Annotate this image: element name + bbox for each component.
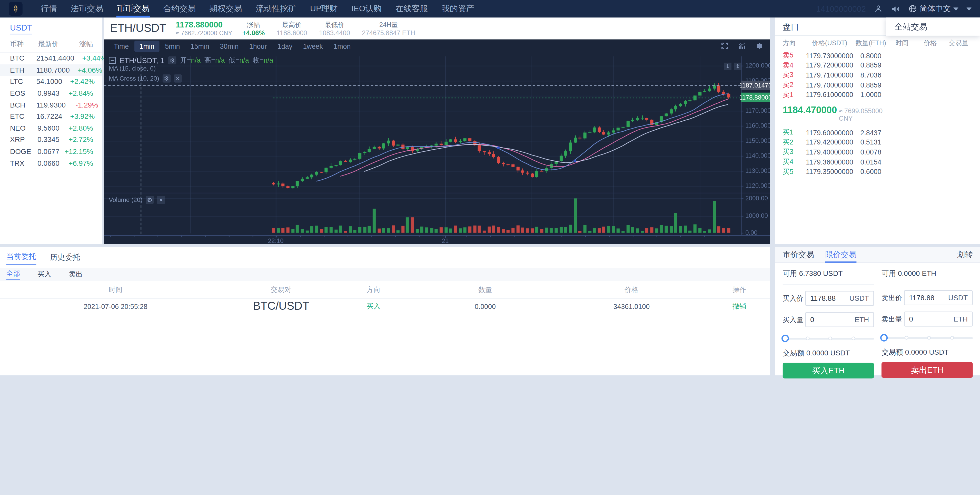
ticker-row-ETC[interactable]: ETC16.7224+3.92% bbox=[0, 110, 102, 122]
interval-30min[interactable]: 30min bbox=[215, 40, 243, 52]
bid-row-买4[interactable]: 买41179.360000000.0154 bbox=[783, 157, 888, 166]
ask-row-卖5[interactable]: 卖51179.730000000.8000 bbox=[783, 51, 888, 60]
scale-controls: ↓ ↕ bbox=[724, 62, 741, 70]
exchange-page: 行情法币交易币币交易合约交易期权交易流动性挖矿UP理财IEO认购在线客服我的资产… bbox=[0, 0, 980, 495]
sell-price-input[interactable] bbox=[909, 294, 945, 302]
interval-Time[interactable]: Time bbox=[109, 40, 134, 52]
navbar-right: 14100000002 简体中文 bbox=[816, 3, 980, 14]
ask-row-卖1[interactable]: 卖11179.610000001.0000 bbox=[783, 89, 888, 99]
fullscreen-icon[interactable] bbox=[721, 42, 729, 50]
ask-row-卖2[interactable]: 卖21179.700000000.8859 bbox=[783, 80, 888, 89]
orders-filter-全部[interactable]: 全部 bbox=[6, 269, 20, 279]
nav-item-在线客服[interactable]: 在线客服 bbox=[388, 0, 435, 18]
interval-1hour[interactable]: 1hour bbox=[244, 40, 272, 52]
orders-tab-当前委托[interactable]: 当前委托 bbox=[6, 251, 36, 265]
orderbook-panel: 盘口 方向 价格(USDT) 数量(ETH) 卖51179.730000000.… bbox=[775, 18, 980, 244]
nav-item-UP理财[interactable]: UP理财 bbox=[303, 0, 344, 18]
nav-item-期权交易[interactable]: 期权交易 bbox=[203, 0, 249, 18]
volume-settings-gear-icon[interactable]: ⚙ bbox=[146, 196, 154, 204]
nav-item-我的资产[interactable]: 我的资产 bbox=[435, 0, 481, 18]
bid-row-买5[interactable]: 买51179.350000000.6000 bbox=[783, 166, 888, 176]
chart-settings-gear-icon[interactable] bbox=[754, 42, 763, 50]
ticker-row-BTC[interactable]: BTC21541.4400+3.44% bbox=[0, 53, 102, 64]
ask-row-卖4[interactable]: 卖41179.720000000.8859 bbox=[783, 60, 888, 70]
nav-item-币币交易[interactable]: 币币交易 bbox=[110, 0, 156, 18]
buy-amount-input[interactable] bbox=[810, 316, 846, 323]
interval-1min[interactable]: 1min bbox=[134, 40, 159, 52]
tab-limit-order[interactable]: 限价交易 bbox=[825, 247, 857, 262]
ticker-row-LTC[interactable]: LTC54.1000+2.42% bbox=[0, 76, 102, 87]
nav-item-行情[interactable]: 行情 bbox=[34, 0, 64, 18]
col-action: 操作 bbox=[709, 285, 770, 294]
top-navbar: 行情法币交易币币交易合约交易期权交易流动性挖矿UP理财IEO认购在线客服我的资产… bbox=[0, 0, 980, 18]
scale-down-arrow-icon[interactable]: ↓ bbox=[724, 62, 732, 70]
tab-market-order[interactable]: 市价交易 bbox=[783, 247, 814, 262]
ticker-row-TRX[interactable]: TRX0.0660+6.97% bbox=[0, 157, 102, 169]
orders-table-header: 时间 交易对 方向 数量 价格 操作 bbox=[0, 281, 770, 298]
sell-amount-input[interactable] bbox=[909, 315, 945, 323]
scale-updown-arrow-icon[interactable]: ↕ bbox=[734, 62, 741, 70]
interval-1day[interactable]: 1day bbox=[272, 40, 297, 52]
announcement-speaker-icon[interactable] bbox=[891, 4, 900, 14]
symbol-settings-gear-icon[interactable]: ⚙ bbox=[168, 56, 177, 64]
language-selector[interactable]: 简体中文 bbox=[908, 3, 958, 14]
sell-button[interactable]: 卖出ETH bbox=[881, 362, 973, 378]
tab-usdt[interactable]: USDT bbox=[10, 23, 32, 34]
sell-slider-handle[interactable] bbox=[880, 334, 888, 342]
stat-volume-label: 24H量 bbox=[379, 21, 398, 29]
nav-item-流动性挖矿[interactable]: 流动性挖矿 bbox=[249, 0, 303, 18]
account-menu-caret-icon[interactable] bbox=[966, 7, 972, 10]
interval-15min[interactable]: 15min bbox=[185, 40, 214, 52]
current-price-cny: ≈ 7699.055000 CNY bbox=[839, 107, 888, 122]
interval-1week[interactable]: 1week bbox=[298, 40, 328, 52]
ticker-row-XRP[interactable]: XRP0.3345+2.72% bbox=[0, 134, 102, 145]
collapse-legend-icon[interactable]: − bbox=[109, 57, 116, 64]
buy-button[interactable]: 买入ETH bbox=[783, 363, 874, 378]
nav-item-IEO认购[interactable]: IEO认购 bbox=[344, 0, 388, 18]
orders-tab-历史委托[interactable]: 历史委托 bbox=[50, 252, 80, 264]
buy-amount-slider[interactable] bbox=[783, 335, 874, 342]
bid-list: 买11179.600000002.8437买21179.420000000.51… bbox=[783, 128, 888, 176]
orders-filter-卖出[interactable]: 卖出 bbox=[69, 270, 83, 279]
stat-volume-value: 274675.8847 ETH bbox=[362, 29, 415, 36]
interval-5min[interactable]: 5min bbox=[160, 40, 185, 52]
current-price: 1184.470000 bbox=[783, 104, 837, 115]
ohlc-high: 高=n/a bbox=[204, 56, 225, 65]
ohlc-open: 开=n/a bbox=[180, 56, 200, 65]
ticker-row-BCH[interactable]: BCH119.9300-1.29% bbox=[0, 99, 102, 110]
trade-tabs: 市价交易 限价交易 划转 bbox=[775, 247, 980, 263]
buy-price-input[interactable] bbox=[810, 295, 846, 302]
ma-cross-close-icon[interactable]: × bbox=[173, 74, 182, 83]
volume-close-icon[interactable]: × bbox=[157, 196, 165, 204]
ticker-row-EOS[interactable]: EOS0.9943+2.84% bbox=[0, 88, 102, 99]
sell-available-balance: 可用 0.0000 ETH bbox=[881, 267, 973, 284]
bid-row-买2[interactable]: 买21179.420000000.5131 bbox=[783, 137, 888, 147]
chart-legend: − ETH/USDT, 1 ⚙ 开=n/a 高=n/a 低=n/a 收=n/a bbox=[109, 56, 273, 65]
ticker-row-ETH[interactable]: ETH1180.7000+4.06% bbox=[0, 64, 102, 76]
sell-amount-slider[interactable] bbox=[881, 334, 973, 342]
orderbook-depth: 方向 价格(USDT) 数量(ETH) 卖51179.730000000.800… bbox=[783, 36, 888, 176]
sell-price-label: 卖出价 bbox=[881, 293, 904, 303]
chart-panel: ETH/USDT 1178.880000 ≈ 7662.720000 CNY 涨… bbox=[104, 18, 770, 244]
kline-chart-canvas[interactable] bbox=[104, 53, 770, 244]
bid-row-买1[interactable]: 买11179.600000002.8437 bbox=[783, 128, 888, 137]
sell-total: 交易额 0.0000 USDT bbox=[881, 348, 973, 357]
orders-filter-买入[interactable]: 买入 bbox=[37, 270, 51, 279]
user-icon[interactable] bbox=[874, 4, 883, 13]
order-action[interactable]: 撤销 bbox=[709, 302, 770, 311]
ma-cross-settings-gear-icon[interactable]: ⚙ bbox=[162, 74, 170, 83]
transfer-link[interactable]: 划转 bbox=[957, 249, 973, 260]
sell-price-box: USDT bbox=[904, 290, 973, 305]
indicator-icon[interactable] bbox=[738, 42, 746, 50]
last-price-cny: ≈ 7662.720000 CNY bbox=[176, 30, 232, 37]
buy-slider-handle[interactable] bbox=[781, 335, 789, 342]
ticker-row-NEO[interactable]: NEO9.5600+2.80% bbox=[0, 122, 102, 134]
site-trade-dropdown-item[interactable]: 全站交易 bbox=[886, 18, 980, 36]
interval-1mon[interactable]: 1mon bbox=[329, 40, 356, 52]
ticker-row-DOGE[interactable]: DOGE0.0677+12.15% bbox=[0, 145, 102, 157]
ask-row-卖3[interactable]: 卖31179.710000008.7036 bbox=[783, 70, 888, 80]
exchange-logo[interactable] bbox=[9, 2, 22, 16]
nav-item-合约交易[interactable]: 合约交易 bbox=[156, 0, 202, 18]
nav-item-法币交易[interactable]: 法币交易 bbox=[64, 0, 110, 18]
bid-row-买3[interactable]: 买31179.400000000.0078 bbox=[783, 147, 888, 157]
